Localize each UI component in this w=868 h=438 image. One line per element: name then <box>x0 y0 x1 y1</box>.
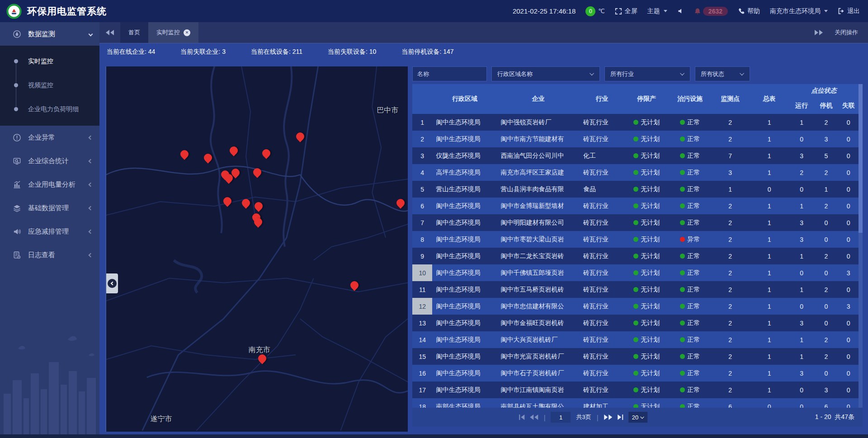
cell-row-number: 3 <box>412 147 432 164</box>
map-marker-pin[interactable] <box>241 198 250 210</box>
table-row[interactable]: 2阆中生态环境局阆中市南方节能建材有砖瓦行业无计划正常21030 <box>412 131 859 147</box>
sidebar-item-label: 实时监控 <box>28 57 53 66</box>
close-operations-button[interactable]: 关闭操作 <box>835 28 858 37</box>
table-row[interactable]: 6阆中生态环境局阆中市金博瑞新型墙材砖瓦行业无计划正常21120 <box>412 198 859 214</box>
first-page-button[interactable] <box>519 414 525 420</box>
cell-meter: 1 <box>749 231 789 248</box>
tabs-scroll-left-button[interactable] <box>99 22 120 43</box>
table-row[interactable]: 11阆中生态环境局阆中市五马桥页岩机砖砖瓦行业无计划正常21120 <box>412 281 859 298</box>
sidebar-group-数据监测[interactable]: 数据监测 <box>0 22 99 46</box>
table-row[interactable]: 8阆中生态环境局阆中市枣碧大梁山页岩砖瓦行业无计划异常21300 <box>412 231 859 248</box>
map-marker-pin[interactable] <box>262 148 271 160</box>
cell-industry: 砖瓦行业 <box>580 348 624 365</box>
name-filter-input[interactable] <box>412 66 487 81</box>
table-row[interactable]: 1阆中生态环境局阆中强锐页岩砖厂砖瓦行业无计划正常21120 <box>412 114 859 131</box>
chevron-collapsed-icon <box>89 182 93 187</box>
mute-button[interactable] <box>677 8 684 14</box>
table-row[interactable]: 16阆中生态环境局阆中市石子页岩机砖厂砖瓦行业无计划正常21300 <box>412 365 859 381</box>
cell-facility-status: 正常 <box>669 331 711 348</box>
table-scrollbar[interactable] <box>859 84 863 408</box>
cell-limit-status: 无计划 <box>624 114 669 131</box>
status-dot-icon <box>633 137 638 141</box>
cell-points: 7 <box>711 147 749 164</box>
table-row[interactable]: 7阆中生态环境局阆中明阳建材有限公司砖瓦行业无计划正常21300 <box>412 214 859 231</box>
map-marker-pin[interactable] <box>258 353 267 365</box>
sidebar-group-企业综合统计[interactable]: 企业综合统计 <box>0 149 99 173</box>
cell-row-number: 14 <box>412 331 432 348</box>
sidebar-group-label: 应急减排管理 <box>28 227 89 236</box>
table-row[interactable]: 12阆中生态环境局阆中市忠信建材有限公砖瓦行业无计划正常21003 <box>412 298 859 315</box>
last-page-button[interactable] <box>618 414 623 420</box>
sidebar-item-实时监控[interactable]: 实时监控 <box>0 49 99 73</box>
cell-company: 南部县砖瓦土陶有限公 <box>497 398 580 408</box>
map-panel[interactable]: 巴中市南充市遂宁市 <box>105 66 408 432</box>
sidebar-group-日志查看[interactable]: 日志查看 <box>0 243 99 267</box>
map-marker-pin[interactable] <box>254 201 263 213</box>
prev-page-button[interactable] <box>530 414 538 420</box>
table-row[interactable]: 4高坪生态环境局南充市高坪区王家店建砖瓦行业无计划正常31220 <box>412 164 859 181</box>
map-marker-pin[interactable] <box>223 196 232 208</box>
map-marker-pin[interactable] <box>231 168 240 179</box>
map-marker-pin[interactable] <box>350 280 359 292</box>
cell-meter: 1 <box>749 331 789 348</box>
industry-filter-select[interactable]: 所有行业 <box>604 66 690 81</box>
fullscreen-button[interactable]: 全屏 <box>615 7 637 15</box>
table-row[interactable]: 18南部生态环境局南部县砖瓦土陶有限公建材加工无计划正常60060 <box>412 398 859 408</box>
table-row[interactable]: 10阆中生态环境局阆中千佛镇五郎垭页岩砖瓦行业无计划正常21003 <box>412 264 859 281</box>
pin-icon <box>240 197 251 208</box>
table-row[interactable]: 5营山生态环境局营山县润丰肉食品有限食品无计划正常10010 <box>412 181 859 198</box>
page-number-input[interactable]: 1 <box>551 412 571 423</box>
tab-home[interactable]: 首页 <box>120 22 148 43</box>
tab-realtime-monitor[interactable]: 实时监控 ✕ <box>148 22 198 43</box>
map-marker-pin[interactable] <box>203 153 212 165</box>
logout-button[interactable]: 退出 <box>838 7 860 15</box>
sidebar-group-企业异常[interactable]: 企业异常 <box>0 126 99 149</box>
cell-company: 阆中市光富页岩机砖厂 <box>497 348 580 365</box>
table-row[interactable]: 3仪陇生态环境局西南油气田分公司川中化工无计划正常71350 <box>412 147 859 164</box>
cell-industry: 砖瓦行业 <box>580 231 624 248</box>
stats-bar: 当前在线企业: 44当前失联企业: 3当前在线设备: 211当前失联设备: 10… <box>99 43 868 61</box>
cell-region: 阆中生态环境局 <box>432 231 497 248</box>
cell-row-number: 8 <box>412 231 432 248</box>
region-filter-select[interactable]: 行政区域名称 <box>491 66 600 81</box>
help-button[interactable]: 帮助 <box>738 7 760 15</box>
map-marker-pin[interactable] <box>254 217 263 229</box>
tabs-scroll-right-button[interactable] <box>815 30 823 35</box>
cell-region: 阆中生态环境局 <box>432 348 497 365</box>
cell-points: 2 <box>711 381 749 398</box>
cell-run: 3 <box>789 315 814 331</box>
map-marker-pin[interactable] <box>253 167 262 179</box>
notification-button[interactable]: 2632 <box>694 7 728 16</box>
map-marker-pin[interactable] <box>229 146 238 157</box>
logout-icon <box>838 8 844 14</box>
status-filter-select[interactable]: 所有状态 <box>695 66 750 81</box>
org-selector[interactable]: 南充市生态环境局 <box>770 7 828 15</box>
theme-button[interactable]: 主题 <box>647 7 667 15</box>
map-collapse-button[interactable] <box>106 273 118 293</box>
map-marker-pin[interactable] <box>180 149 189 161</box>
map-marker-pin[interactable] <box>396 198 405 210</box>
next-page-button[interactable] <box>604 414 612 420</box>
map-marker-pin[interactable] <box>296 132 305 143</box>
sidebar-group-基础数据管理[interactable]: 基础数据管理 <box>0 196 99 220</box>
tab-bar: 首页 实时监控 ✕ 关闭操作 <box>99 22 868 43</box>
sidebar-group-应急减排管理[interactable]: 应急减排管理 <box>0 220 99 243</box>
scrollbar-thumb[interactable] <box>859 84 863 233</box>
sidebar-group-企业用电量分析[interactable]: 企业用电量分析 <box>0 173 99 196</box>
sidebar-item-视频监控[interactable]: 视频监控 <box>0 73 99 97</box>
table-row[interactable]: 13阆中生态环境局阆中市金福旺页岩机砖砖瓦行业无计划正常21300 <box>412 315 859 331</box>
stat-item: 当前失联企业: 3 <box>180 48 226 56</box>
tab-close-icon[interactable]: ✕ <box>184 29 190 36</box>
table-row[interactable]: 14阆中生态环境局阆中大兴页岩机砖厂砖瓦行业无计划正常21120 <box>412 331 859 348</box>
table-row[interactable]: 9阆中生态环境局阆中市二龙长宝页岩砖砖瓦行业无计划正常21120 <box>412 248 859 264</box>
page-size-select[interactable]: 20 <box>628 412 647 423</box>
cell-limit-status: 无计划 <box>624 398 669 408</box>
sidebar-group-label: 基础数据管理 <box>28 204 89 212</box>
status-dot-icon <box>680 287 685 292</box>
cell-stop: 0 <box>814 298 838 315</box>
table-row[interactable]: 17阆中生态环境局阆中市江南镇阆南页岩砖瓦行业无计划正常21030 <box>412 381 859 398</box>
cell-region: 阆中生态环境局 <box>432 214 497 231</box>
cell-limit-status: 无计划 <box>624 365 669 381</box>
sidebar-item-企业电力负荷明细[interactable]: 企业电力负荷明细 <box>0 97 99 121</box>
table-row[interactable]: 15阆中生态环境局阆中市光富页岩机砖厂砖瓦行业无计划正常21120 <box>412 348 859 365</box>
